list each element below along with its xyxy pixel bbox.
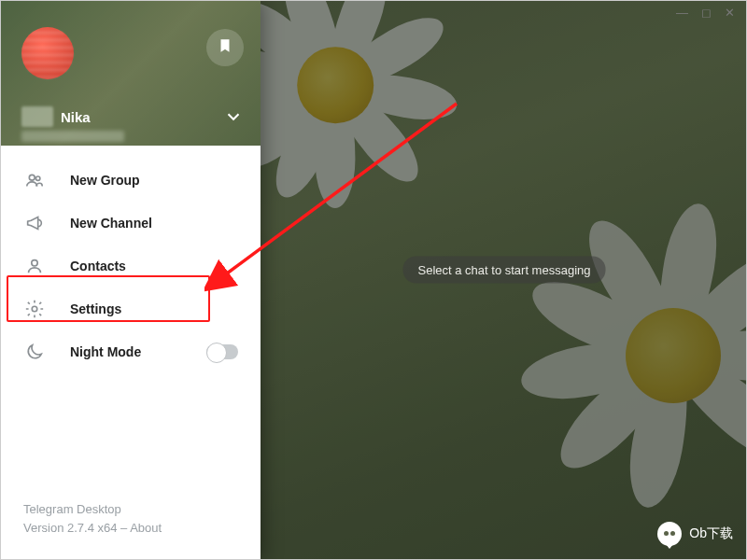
saved-messages-button[interactable] <box>206 29 244 66</box>
chevron-down-icon <box>223 114 244 130</box>
menu-item-night-mode[interactable]: Night Mode <box>1 330 261 373</box>
watermark-text: Ob下载 <box>689 525 733 542</box>
username-label: Nika <box>21 106 91 127</box>
window-minimize-button[interactable]: — <box>676 6 688 20</box>
svg-point-2 <box>32 260 37 266</box>
window-maximize-button[interactable]: ◻ <box>701 6 712 20</box>
svg-point-0 <box>29 175 35 180</box>
menu-item-contacts[interactable]: Contacts <box>1 245 261 287</box>
drawer-footer: Telegram Desktop Version 2.7.4 x64 – Abo… <box>1 500 261 560</box>
menu-item-settings[interactable]: Settings <box>1 287 261 330</box>
window-controls: — ◻ ✕ <box>665 1 746 23</box>
person-icon <box>23 255 46 277</box>
menu-item-new-group[interactable]: New Group <box>1 159 261 202</box>
profile-header: Nika <box>1 1 261 146</box>
menu-item-new-channel[interactable]: New Channel <box>1 202 261 245</box>
menu-item-label: Night Mode <box>70 344 141 359</box>
wechat-icon <box>657 522 682 546</box>
menu-item-label: New Group <box>70 173 140 188</box>
menu-item-label: Settings <box>70 301 121 316</box>
empty-chat-placeholder: Select a chat to start messaging <box>403 257 606 284</box>
main-menu-drawer: Nika New Group N <box>1 1 261 560</box>
group-icon <box>23 169 46 191</box>
chat-area: Select a chat to start messaging <box>261 1 747 560</box>
drawer-menu: New Group New Channel Contacts Settings <box>1 146 261 377</box>
window-close-button[interactable]: ✕ <box>725 6 735 20</box>
menu-item-label: Contacts <box>70 259 126 273</box>
night-mode-toggle[interactable] <box>206 344 238 359</box>
watermark: Ob下载 <box>657 522 733 546</box>
version-label[interactable]: Version 2.7.4 x64 – About <box>23 519 238 538</box>
gear-icon <box>23 298 46 320</box>
svg-point-3 <box>32 306 37 312</box>
app-name-label: Telegram Desktop <box>23 500 238 519</box>
moon-icon <box>23 341 46 363</box>
avatar[interactable] <box>21 27 74 79</box>
bookmark-icon <box>217 37 233 58</box>
account-switcher-toggle[interactable] <box>223 106 244 127</box>
menu-item-label: New Channel <box>70 216 152 231</box>
svg-point-1 <box>35 176 39 180</box>
megaphone-icon <box>23 212 46 234</box>
